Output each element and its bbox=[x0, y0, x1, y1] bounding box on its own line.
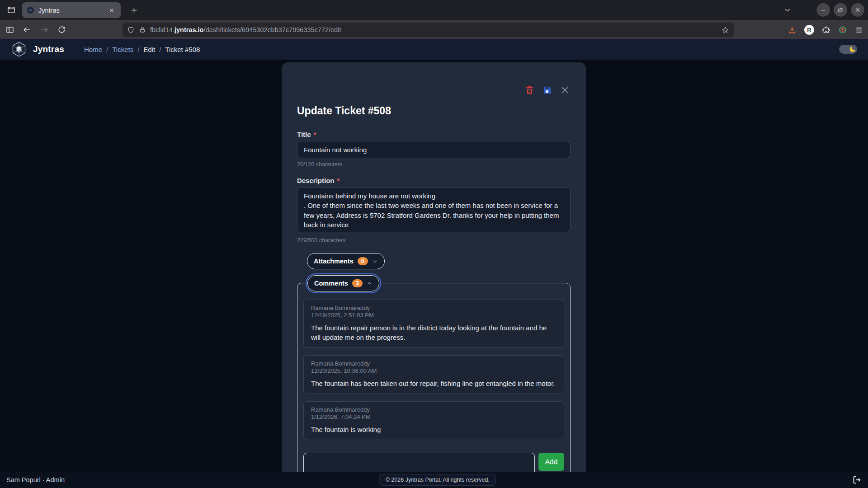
app-footer: Sam Popuri · Admin © 2026 Jyntras Portal… bbox=[0, 472, 868, 488]
comment-text: The fountain has been taken out for repa… bbox=[311, 379, 557, 388]
tab-title: Jyntras bbox=[38, 7, 107, 14]
description-field-label: Description* bbox=[297, 177, 571, 184]
required-asterisk: * bbox=[314, 131, 316, 138]
tab-list-chevron-icon[interactable] bbox=[781, 4, 794, 16]
comment-text: The fountain repair person is in the dis… bbox=[311, 323, 557, 342]
site-favicon bbox=[27, 6, 34, 14]
new-tab-button[interactable] bbox=[127, 4, 140, 16]
breadcrumb-edit: Edit bbox=[143, 46, 155, 53]
downloads-icon[interactable] bbox=[788, 25, 797, 34]
attachments-label: Attachments bbox=[314, 258, 354, 265]
delete-ticket-icon[interactable] bbox=[524, 84, 535, 96]
breadcrumb-home[interactable]: Home bbox=[84, 46, 102, 53]
window-minimize-button[interactable] bbox=[816, 3, 830, 17]
url-bar[interactable]: fbclid14.jyntras.io/dash/tickets/6945302… bbox=[123, 23, 734, 37]
comments-toggle[interactable]: Comments 3 bbox=[307, 275, 379, 291]
bookmark-star-icon[interactable] bbox=[722, 26, 729, 34]
forward-icon[interactable] bbox=[37, 23, 52, 37]
tab-close-icon[interactable] bbox=[107, 6, 116, 15]
breadcrumb-separator: / bbox=[106, 46, 108, 53]
title-field-label: Title* bbox=[297, 131, 571, 138]
footer-user-info: Sam Popuri · Admin bbox=[6, 476, 65, 483]
browser-toolbar: fbclid14.jyntras.io/dash/tickets/6945302… bbox=[0, 20, 868, 39]
browser-tab-strip: Jyntras bbox=[0, 0, 868, 20]
brand-name: Jyntras bbox=[33, 44, 64, 54]
breadcrumb-tickets[interactable]: Tickets bbox=[112, 46, 133, 53]
comment-timestamp: 12/19/2025, 2:51:03 PM bbox=[311, 312, 557, 319]
extension-target-icon[interactable] bbox=[838, 25, 847, 34]
chevron-up-icon bbox=[367, 281, 373, 286]
dark-mode-toggle[interactable] bbox=[839, 45, 857, 54]
browser-tab[interactable]: Jyntras bbox=[22, 2, 121, 18]
brand-logo-icon bbox=[11, 41, 27, 57]
breadcrumb-ticket-number: Ticket #508 bbox=[165, 46, 200, 53]
comment-author: Ramana Bommareddy bbox=[311, 406, 557, 413]
modal-title: Update Ticket #508 bbox=[297, 105, 571, 117]
extensions-puzzle-icon[interactable] bbox=[822, 26, 830, 34]
back-icon[interactable] bbox=[20, 23, 34, 37]
comment-card: Ramana Bommareddy 12/20/2025, 10:36:00 A… bbox=[303, 355, 564, 394]
reload-icon[interactable] bbox=[54, 23, 69, 37]
attachments-divider: Attachments 0 bbox=[297, 261, 571, 261]
shield-icon[interactable] bbox=[127, 26, 135, 34]
update-ticket-modal: Update Ticket #508 Title* 20/120 charact… bbox=[282, 62, 586, 488]
comment-text: The fountain is working bbox=[311, 425, 557, 434]
comment-author: Ramana Bommareddy bbox=[311, 305, 557, 312]
footer-copyright: © 2026 Jyntras Portal. All rights reserv… bbox=[379, 474, 496, 486]
breadcrumb-separator: / bbox=[159, 46, 161, 53]
comments-section: Comments 3 Ramana Bommareddy 12/19/2025,… bbox=[297, 283, 571, 488]
description-char-counter: 229/500 characters bbox=[297, 237, 571, 244]
url-text: fbclid14.jyntras.io/dash/tickets/6945302… bbox=[150, 26, 717, 33]
description-textarea[interactable]: Fountains behind my house are not workin… bbox=[297, 187, 571, 232]
comment-card: Ramana Bommareddy 12/19/2025, 2:51:03 PM… bbox=[303, 300, 564, 348]
comment-card: Ramana Bommareddy 1/12/2026, 7:04:24 PM … bbox=[303, 401, 564, 440]
breadcrumb: Home / Tickets / Edit / Ticket #508 bbox=[84, 46, 200, 53]
comments-count-badge: 3 bbox=[352, 279, 363, 287]
add-comment-button[interactable]: Add bbox=[538, 453, 564, 471]
sidebar-toggle-icon[interactable] bbox=[3, 23, 17, 37]
attachments-toggle[interactable]: Attachments 0 bbox=[307, 253, 385, 269]
window-close-button[interactable] bbox=[851, 3, 864, 17]
required-asterisk: * bbox=[337, 177, 340, 184]
comment-author: Ramana Bommareddy bbox=[311, 360, 557, 367]
comment-timestamp: 12/20/2025, 10:36:00 AM bbox=[311, 367, 557, 375]
app-header: Jyntras Home / Tickets / Edit / Ticket #… bbox=[0, 39, 868, 60]
extension-r-badge[interactable]: R bbox=[804, 25, 814, 35]
close-modal-icon[interactable] bbox=[559, 84, 571, 96]
comment-timestamp: 1/12/2026, 7:04:24 PM bbox=[311, 413, 557, 421]
title-char-counter: 20/120 characters bbox=[297, 161, 571, 168]
comments-label: Comments bbox=[314, 280, 348, 287]
breadcrumb-separator: / bbox=[137, 46, 139, 53]
chevron-down-icon bbox=[372, 258, 378, 264]
save-ticket-icon[interactable] bbox=[541, 84, 553, 96]
firefox-view-icon[interactable] bbox=[5, 3, 18, 17]
lock-icon[interactable] bbox=[139, 26, 146, 33]
menu-hamburger-icon[interactable] bbox=[855, 26, 863, 34]
logout-icon[interactable] bbox=[852, 475, 862, 485]
title-input[interactable] bbox=[297, 141, 571, 158]
window-maximize-button[interactable] bbox=[834, 3, 847, 17]
attachments-count-badge: 0 bbox=[358, 257, 368, 265]
moon-icon bbox=[849, 45, 857, 55]
